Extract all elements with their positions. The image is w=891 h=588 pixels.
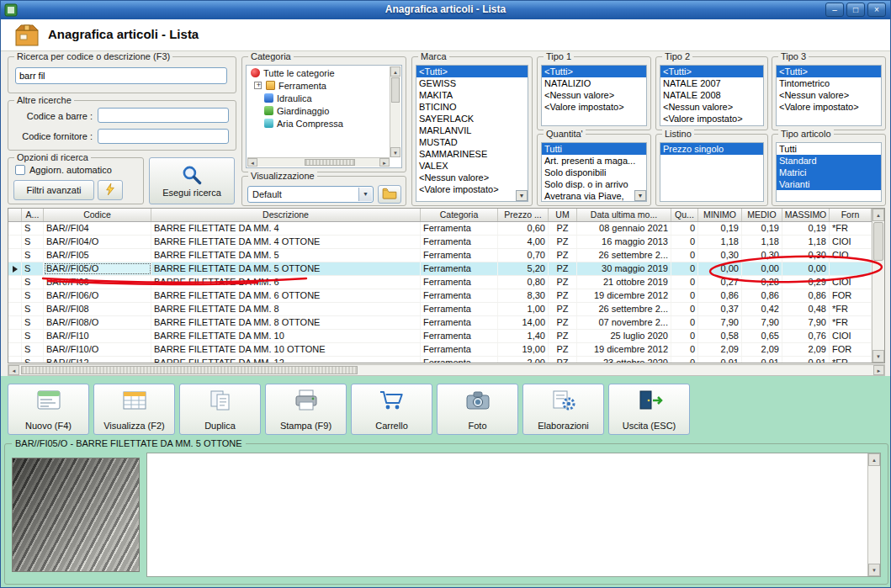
view-button[interactable]: Visualizza (F2) bbox=[93, 384, 175, 435]
minimize-icon[interactable]: – bbox=[825, 3, 844, 17]
list-item[interactable]: <Nessun valore> bbox=[416, 172, 528, 183]
list-item[interactable]: MUSTAD bbox=[416, 136, 528, 148]
scroll-thumb[interactable] bbox=[873, 222, 883, 261]
list-item[interactable]: Avetrana via Piave, bbox=[542, 190, 646, 202]
table-row[interactable]: S BAR//FI08 BARRE FILETTATE DA MM. 8 Fer… bbox=[8, 303, 872, 316]
run-search-button[interactable]: Esegui ricerca bbox=[149, 157, 235, 204]
scroll-down-icon[interactable]: ▼ bbox=[872, 350, 884, 363]
list-item[interactable]: <Valore impostato> bbox=[542, 101, 646, 113]
list-item[interactable]: <Valore impostato> bbox=[660, 113, 763, 124]
list-item[interactable]: MAKITA bbox=[416, 89, 528, 101]
chevron-down-icon[interactable]: ▼ bbox=[358, 188, 372, 201]
list-item[interactable]: SAYERLACK bbox=[416, 113, 528, 124]
list-item[interactable]: MARLANVIL bbox=[416, 124, 528, 136]
category-tree-item[interactable]: Ferramenta bbox=[247, 79, 390, 92]
column-header[interactable]: Data ultima mo... bbox=[577, 209, 671, 221]
maximize-icon[interactable]: □ bbox=[846, 3, 865, 17]
column-header[interactable]: UM bbox=[549, 209, 577, 221]
table-row[interactable]: S BAR//FI08/O BARRE FILETTATE DA MM. 8 O… bbox=[8, 316, 872, 330]
scroll-thumb[interactable] bbox=[305, 159, 355, 166]
column-header[interactable]: Forn bbox=[830, 209, 872, 221]
list-item[interactable]: Solo disponibili bbox=[542, 167, 646, 178]
scroll-right-icon[interactable]: ► bbox=[873, 365, 884, 375]
list-item[interactable]: Prezzo singolo bbox=[660, 143, 763, 155]
list-item[interactable]: BTICINO bbox=[416, 101, 528, 113]
processing-button[interactable]: Elaborazioni bbox=[522, 384, 604, 435]
scroll-up-icon[interactable]: ▲ bbox=[390, 66, 400, 77]
list-item[interactable]: <Valore impostato> bbox=[777, 101, 881, 113]
scroll-down-icon[interactable]: ▼ bbox=[390, 147, 400, 157]
list-item[interactable]: <Tutti> bbox=[416, 66, 528, 77]
scroll-down-icon[interactable]: ▼ bbox=[868, 564, 880, 576]
table-row[interactable]: S BAR//FI05 BARRE FILETTATE DA MM. 5 Fer… bbox=[8, 249, 872, 262]
list-item[interactable]: Tutti bbox=[542, 143, 646, 155]
scroll-thumb[interactable] bbox=[391, 77, 400, 103]
table-row[interactable]: S BAR//FI10/O BARRE FILETTATE DA MM. 10 … bbox=[8, 343, 872, 357]
column-header[interactable]: MASSIMO bbox=[782, 209, 830, 221]
list-item[interactable]: <Nessun valore> bbox=[542, 89, 646, 101]
scroll-thumb[interactable] bbox=[21, 366, 358, 374]
photo-button[interactable]: Foto bbox=[437, 384, 518, 435]
list-item[interactable]: GEWISS bbox=[416, 77, 528, 89]
list-item[interactable]: Varianti bbox=[777, 178, 881, 190]
column-header[interactable]: Categoria bbox=[421, 209, 498, 221]
list-item[interactable]: <Tutti> bbox=[660, 66, 763, 77]
open-folder-button[interactable] bbox=[378, 185, 401, 204]
expand-icon[interactable] bbox=[254, 82, 262, 89]
list-item[interactable]: NATALE 2008 bbox=[660, 89, 763, 101]
view-select[interactable]: Default ▼ bbox=[247, 186, 374, 203]
close-icon[interactable]: × bbox=[867, 3, 886, 17]
lightning-button[interactable] bbox=[98, 180, 123, 200]
column-header[interactable]: Qu... bbox=[671, 209, 698, 221]
scroll-right-icon[interactable]: ► bbox=[379, 158, 390, 167]
supplier-code-input[interactable] bbox=[98, 129, 229, 144]
table-row[interactable]: S BAR//FI06/O BARRE FILETTATE DA MM. 6 O… bbox=[8, 289, 872, 303]
list-item[interactable]: VALEX bbox=[416, 160, 528, 172]
list-item[interactable]: <Tutti> bbox=[542, 66, 646, 77]
list-item[interactable]: SAMMARINESE bbox=[416, 148, 528, 160]
column-header[interactable]: A... bbox=[22, 209, 44, 221]
categoria-vscrollbar[interactable]: ▲ ▼ bbox=[390, 66, 400, 157]
article-notes[interactable]: ▲ ▼ bbox=[146, 453, 881, 577]
print-button[interactable]: Stampa (F9) bbox=[265, 384, 347, 435]
list-item[interactable]: Tutti bbox=[777, 143, 881, 155]
table-row[interactable]: S BAR//FI12 BARRE FILETTATE DA MM. 12 Fe… bbox=[8, 357, 872, 363]
category-tree-item[interactable]: Giardinaggio bbox=[247, 104, 390, 117]
cart-button[interactable]: Carrello bbox=[351, 384, 432, 435]
column-header[interactable]: MEDIO bbox=[742, 209, 782, 221]
column-header[interactable]: Prezzo ... bbox=[498, 209, 549, 221]
column-header[interactable] bbox=[8, 209, 22, 221]
list-item[interactable]: <Nessun valore> bbox=[660, 101, 763, 113]
category-tree-item[interactable]: Idraulica bbox=[247, 92, 390, 104]
titlebar[interactable]: Anagrafica articoli - Lista – □ × bbox=[1, 1, 890, 19]
scroll-left-icon[interactable]: ◄ bbox=[247, 158, 257, 167]
article-photo[interactable] bbox=[12, 458, 140, 572]
scroll-left-icon[interactable]: ◄ bbox=[8, 365, 19, 375]
scroll-up-icon[interactable]: ▲ bbox=[868, 453, 880, 466]
category-tree-item[interactable]: Aria Compressa bbox=[247, 117, 390, 130]
notes-vscrollbar[interactable]: ▲ ▼ bbox=[867, 453, 880, 576]
column-header[interactable]: MINIMO bbox=[698, 209, 742, 221]
list-item[interactable]: <Tutti> bbox=[777, 66, 881, 77]
table-row[interactable]: S BAR//FI04/O BARRE FILETTATE DA MM. 4 O… bbox=[8, 236, 872, 249]
scroll-down-icon[interactable]: ▼ bbox=[634, 190, 646, 201]
table-row[interactable]: S BAR//FI06 BARRE FILETTATE DA MM. 6 Fer… bbox=[8, 276, 872, 289]
table-row[interactable]: S BAR//FI05/O BARRE FILETTATE DA MM. 5 O… bbox=[8, 262, 872, 276]
advanced-filters-button[interactable]: Filtri avanzati bbox=[13, 180, 94, 200]
table-hscrollbar[interactable]: ◄ ► bbox=[8, 364, 885, 376]
column-header[interactable]: Codice bbox=[44, 209, 151, 221]
scroll-down-icon[interactable]: ▼ bbox=[516, 190, 528, 201]
exit-button[interactable]: Uscita (ESC) bbox=[608, 384, 690, 435]
barcode-input[interactable] bbox=[98, 108, 229, 123]
list-item[interactable]: <Valore impostato> bbox=[416, 183, 528, 195]
list-item[interactable]: Tintometrico bbox=[777, 77, 881, 89]
duplicate-button[interactable]: Duplica bbox=[179, 384, 261, 435]
new-button[interactable]: Nuovo (F4) bbox=[8, 384, 89, 435]
table-vscrollbar[interactable]: ▲ ▼ bbox=[872, 209, 884, 363]
list-item[interactable]: Solo disp. o in arrivo bbox=[542, 178, 646, 190]
list-item[interactable]: NATALIZIO bbox=[542, 77, 646, 89]
list-item[interactable]: NATALE 2007 bbox=[660, 77, 763, 89]
list-item[interactable]: Matrici bbox=[777, 167, 881, 178]
list-item[interactable]: Standard bbox=[777, 155, 881, 167]
categoria-hscrollbar[interactable]: ◄ ► bbox=[247, 157, 390, 167]
